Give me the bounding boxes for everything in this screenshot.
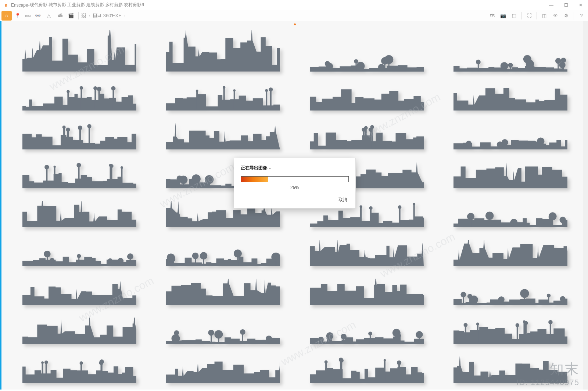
- tool-visibility[interactable]: 👁: [550, 11, 560, 21]
- svg-rect-215: [384, 360, 385, 381]
- tool-vr[interactable]: ◫: [539, 11, 549, 21]
- skyline-city-icon: [22, 201, 136, 227]
- svg-point-17: [500, 62, 508, 70]
- svg-point-143: [271, 253, 280, 262]
- cancel-button[interactable]: 取消: [337, 196, 349, 204]
- tool-export-batch[interactable]: 🖼⇉: [92, 11, 102, 21]
- tool-safety-triangle[interactable]: △: [44, 11, 54, 21]
- svg-point-163: [174, 330, 179, 335]
- skyline-city-icon: [22, 279, 136, 305]
- maximize-button[interactable]: ☐: [559, 0, 573, 10]
- svg-rect-63: [370, 130, 371, 148]
- silhouette-thumb: [444, 119, 577, 149]
- vertical-scrollbar[interactable]: [583, 21, 588, 390]
- silhouette-thumb: [300, 80, 433, 111]
- svg-point-127: [77, 254, 81, 258]
- skyline-industrial-icon: [22, 84, 136, 111]
- map-view-icon: 🗺: [490, 13, 495, 18]
- svg-point-3: [384, 55, 393, 64]
- dialog-title: 正在导出图像…: [241, 165, 349, 171]
- watermark-brand: 知末: [550, 360, 579, 379]
- skyline-industrial-icon: [22, 162, 136, 188]
- svg-rect-47: [223, 87, 225, 109]
- tool-pin-marker[interactable]: 📍: [12, 11, 23, 21]
- tool-home[interactable]: ⌂: [1, 11, 12, 21]
- silhouette-thumb: [444, 197, 577, 227]
- svg-rect-203: [80, 363, 82, 381]
- silhouette-thumb: [156, 80, 290, 111]
- skyline-rural-icon: [453, 45, 567, 72]
- svg-point-147: [498, 296, 504, 303]
- svg-point-169: [214, 330, 223, 338]
- skyline-industrial-icon: [310, 123, 424, 149]
- skyline-city-tall-icon: [22, 30, 136, 72]
- skyline-city-icon: [310, 84, 424, 111]
- skyline-city-icon: [166, 279, 280, 305]
- tool-help[interactable]: ?: [576, 11, 587, 21]
- tool-cube-view[interactable]: ⬚: [509, 11, 519, 21]
- skyline-city-icon: [453, 162, 567, 188]
- svg-rect-85: [121, 167, 122, 187]
- silhouette-thumb: [300, 29, 433, 72]
- svg-point-183: [341, 334, 347, 340]
- buildings-icon: 🏙: [58, 13, 62, 18]
- tool-clapper[interactable]: 🎬: [66, 11, 76, 21]
- export-360-icon: 360°: [103, 13, 113, 18]
- skyline-city-icon: [453, 84, 567, 111]
- export-progress-dialog: 正在导出图像… 25% 取消: [234, 158, 356, 209]
- silhouette-thumb: [300, 353, 433, 383]
- svg-rect-195: [549, 322, 551, 342]
- silhouette-thumb: [300, 236, 433, 266]
- svg-point-121: [117, 258, 123, 264]
- skyline-city-icon: [166, 356, 280, 383]
- svg-point-75: [501, 139, 508, 146]
- settings-icon: ⚙: [564, 13, 569, 18]
- svg-point-187: [397, 333, 401, 337]
- svg-rect-219: [325, 362, 327, 381]
- skyline-city-icon: [166, 123, 280, 149]
- tool-camera-settings[interactable]: 📷: [498, 11, 508, 21]
- skyline-industrial-icon: [22, 123, 136, 149]
- svg-point-7: [325, 61, 330, 66]
- visibility-icon: 👁: [553, 13, 558, 18]
- silhouette-thumb: [156, 29, 290, 72]
- app-name: Enscape: [11, 3, 28, 8]
- tool-export-image[interactable]: 🖼→: [81, 11, 91, 21]
- svg-rect-205: [45, 362, 47, 381]
- svg-rect-55: [79, 128, 80, 148]
- camera-settings-icon: 📷: [500, 13, 506, 18]
- bim-icon: BIM: [25, 14, 31, 18]
- tool-bim[interactable]: BIM: [24, 11, 32, 21]
- vr-icon: ◫: [542, 13, 546, 18]
- skyline-industrial-icon: [453, 318, 567, 344]
- tool-export-exe[interactable]: EXE→: [114, 11, 124, 21]
- skyline-industrial-icon: [310, 356, 424, 383]
- tool-buildings[interactable]: 🏙: [55, 11, 65, 21]
- svg-rect-39: [98, 89, 100, 109]
- close-button[interactable]: ✕: [573, 0, 588, 10]
- silhouette-thumb: [12, 314, 146, 344]
- svg-rect-197: [516, 325, 518, 342]
- minimize-button[interactable]: —: [544, 0, 559, 10]
- silhouette-thumb: [156, 314, 290, 344]
- main-toolbar: ⌂📍BIM👓△🏙🎬🖼→🖼⇉360°EXE→ 🗺📷⬚⛶◫👁⚙?: [0, 10, 588, 21]
- tool-binoculars[interactable]: 👓: [33, 11, 43, 21]
- progress-bar: [241, 176, 349, 182]
- tool-map-view[interactable]: 🗺: [487, 11, 497, 21]
- svg-rect-51: [63, 127, 65, 148]
- skyline-city-icon: [453, 240, 567, 266]
- svg-point-123: [108, 258, 112, 263]
- svg-rect-87: [78, 165, 79, 186]
- export-batch-icon: 🖼⇉: [93, 13, 101, 18]
- svg-rect-45: [266, 90, 267, 109]
- svg-point-113: [539, 218, 545, 224]
- svg-point-153: [469, 296, 478, 304]
- tool-settings[interactable]: ⚙: [561, 11, 571, 21]
- skyline-village-icon: [310, 318, 424, 344]
- svg-point-131: [44, 250, 50, 257]
- svg-point-119: [559, 217, 566, 223]
- tool-walk-mode[interactable]: ⛶: [524, 11, 534, 21]
- skyline-village-icon: [166, 240, 280, 266]
- skyline-city-tall-icon: [166, 30, 280, 72]
- silhouette-thumb: [12, 275, 146, 305]
